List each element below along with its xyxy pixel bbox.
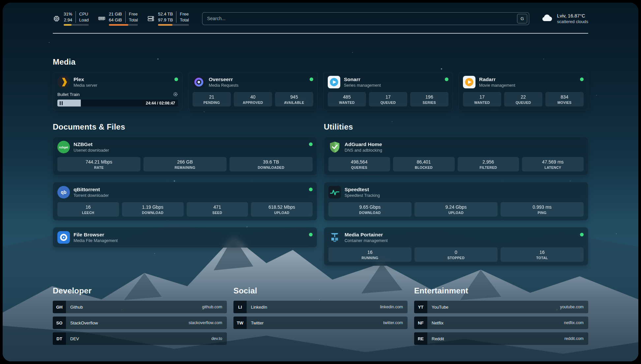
speedtest-icon [328,186,341,198]
stat-running: 16RUNNING [328,247,412,262]
bookmark-reddit[interactable]: RE Reddit reddit.com [414,332,588,345]
dev-abbr-icon: DT [53,332,66,345]
status-dot [309,142,313,146]
svg-text:nzbget: nzbget [59,146,68,149]
status-dot [445,77,448,81]
section-title-developer: Developer [53,286,227,295]
weather-condition: scattered clouds [557,19,588,24]
cloud-icon [541,14,553,23]
cpu-percent: 31% [64,11,72,17]
cpu-icon [53,15,60,22]
header-divider [53,33,588,34]
search-engine-button[interactable]: G [517,14,527,23]
nzbget-icon: nzbget [57,141,70,153]
stat-download: 1.19 GbpsDOWNLOAD [122,202,184,217]
system-metrics: 31% 2.94 CPU Load [53,11,189,26]
section-title-utilities: Utilities [324,122,588,132]
svg-text:qb: qb [61,190,66,195]
app-card-overseerr[interactable]: Overseerr Media Requests 21PENDING 40APP… [188,72,318,110]
radarr-icon [463,76,475,88]
bookmark-youtube[interactable]: YT YouTube youtube.com [414,301,588,313]
disk-total: 97.9 TB [158,17,173,23]
search-bar: G [202,12,529,25]
weather-widget: Lviv, 16.87°C scattered clouds [541,13,588,24]
app-card-qbittorrent[interactable]: qb qBittorrent Torrent downloader 16LEEC… [53,182,317,221]
section-utilities: Utilities AdGuard Home DNS and adblockin… [324,122,588,266]
stat-seed: 471SEED [187,202,248,217]
app-card-adguard[interactable]: AdGuard Home DNS and adblocking 498,564Q… [324,137,588,175]
section-entertainment: Entertainment YT YouTube youtube.com NF … [414,286,588,345]
reddit-abbr-icon: RE [414,332,427,345]
plex-icon [57,76,70,88]
now-playing-title: Bullet Train [57,92,80,97]
status-dot [580,77,584,81]
disk-usage-widget: 52.4 TB 97.9 TB Free Total [147,11,189,26]
app-card-speedtest[interactable]: Speedtest Speedtest Tracking 9.65 GbpsDO… [324,182,588,221]
memory-total: 64 GiB [109,17,122,23]
twitter-abbr-icon: TW [233,317,247,329]
stat-rate: 744.21 MbpsRATE [57,157,140,171]
filebrowser-icon [57,231,70,244]
qbittorrent-icon: qb [57,186,70,198]
linkedin-abbr-icon: LI [233,301,247,313]
playback-time: 24:44 / 02:06:47 [146,101,175,106]
search-input[interactable] [202,16,517,21]
stat-leech: 16LEECH [57,202,119,217]
stat-queued: 22QUEUED [504,92,542,106]
bookmark-dev[interactable]: DT DEV dev.to [53,332,227,345]
memory-progress-bar [109,24,138,26]
bookmark-twitter[interactable]: TW Twitter twitter.com [233,317,408,329]
disk-progress-bar [158,24,189,26]
app-card-portainer[interactable]: Media Portainer Container management 16R… [324,227,588,266]
section-developer: Developer GH Github github.com SO StackO… [53,286,227,345]
memory-icon [98,15,106,22]
stat-latency: 47.569 msLATENCY [522,157,584,171]
memory-usage-widget: 21 GiB 64 GiB Free Total [98,11,138,26]
bookmark-linkedin[interactable]: LI LinkedIn linkedin.com [233,301,408,313]
status-dot [174,77,178,81]
stackoverflow-abbr-icon: SO [53,317,66,329]
settings-gear-icon[interactable] [173,92,178,97]
stat-download: 9.65 GbpsDOWNLOAD [328,202,412,217]
status-dot [309,188,313,191]
bookmark-stackoverflow[interactable]: SO StackOverflow stackoverflow.com [53,317,227,329]
stat-series: 196SERIES [410,92,448,106]
stat-available: 945AVAILABLE [275,92,313,106]
stat-wanted: 485WANTED [328,92,366,106]
app-card-filebrowser[interactable]: File Browser Media File Management [53,227,317,248]
cpu-usage-widget: 31% 2.94 CPU Load [53,11,89,26]
stat-stopped: 0STOPPED [414,247,498,262]
bookmark-netflix[interactable]: NF Netflix netflix.com [414,317,588,329]
sonarr-icon [328,76,340,88]
stat-ping: 0.993 msPING [501,202,584,217]
stat-upload: 618.52 MbpsUPLOAD [251,202,313,217]
bookmark-github[interactable]: GH Github github.com [53,301,227,313]
app-card-radarr[interactable]: Radarr Movie management 17WANTED 22QUEUE… [458,72,588,110]
section-documents: Documents & Files nzbget NZBGet Usenet d… [53,122,317,266]
section-title-media: Media [53,57,588,67]
stat-approved: 40APPROVED [234,92,272,106]
playback-progress-bar[interactable]: 24:44 / 02:06:47 [57,100,178,106]
disk-icon [147,15,155,22]
portainer-icon [328,231,341,244]
app-card-sonarr[interactable]: Sonarr Series management 485WANTED 17QUE… [323,72,453,110]
pause-icon[interactable] [60,101,63,105]
status-dot [580,233,584,236]
app-card-plex[interactable]: Plex Media server Bullet Train [53,72,183,110]
cpu-load: 2.94 [64,17,72,23]
stat-movies: 834MOVIES [545,92,584,106]
section-title-entertainment: Entertainment [414,286,588,295]
adguard-icon [328,141,341,153]
stat-upload: 9.24 GbpsUPLOAD [414,202,498,217]
status-dot [309,233,313,236]
cpu-progress-bar [64,24,89,26]
stat-queued: 17QUEUED [369,92,407,106]
stat-wanted: 17WANTED [463,92,501,106]
github-abbr-icon: GH [53,301,66,313]
top-bar: 31% 2.94 CPU Load [53,11,588,26]
app-card-nzbget[interactable]: nzbget NZBGet Usenet downloader 744.21 M… [53,137,317,175]
stat-blocked: 86,401BLOCKED [393,157,455,171]
stat-remaining: 266 GBREMAINING [143,157,227,171]
stat-filtered: 2,956FILTERED [458,157,519,171]
stat-downloaded: 39.6 TBDOWNLOADED [229,157,313,171]
